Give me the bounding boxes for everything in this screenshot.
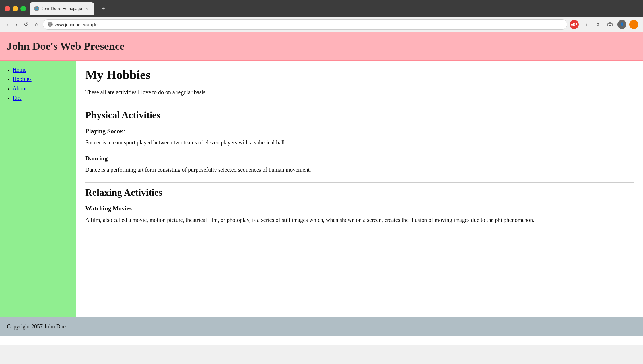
camera-button[interactable] xyxy=(605,20,615,29)
user-avatar-button[interactable]: 👤 xyxy=(617,20,626,29)
section-title-relaxing: Relaxing Activities xyxy=(85,182,634,198)
page-intro: These all are activities I love to do on… xyxy=(85,89,634,96)
window-controls xyxy=(5,6,26,11)
address-security-icon xyxy=(48,22,53,27)
browser-chrome: 🌐 John Doe's Homepage × + ‹ › ↺ ⌂ ABP ℹ … xyxy=(0,0,643,32)
site-header-title: John Doe's Web Presence xyxy=(7,40,636,52)
extension-button[interactable] xyxy=(629,20,638,29)
page-title: My Hobbies xyxy=(85,68,634,82)
back-button[interactable]: ‹ xyxy=(5,20,11,29)
adblock-button[interactable]: ABP xyxy=(570,20,579,29)
nav-item-hobbies: Hobbies xyxy=(13,76,70,82)
settings-button[interactable]: ⚙ xyxy=(593,20,603,29)
toolbar-icons: ABP ℹ ⚙ 👤 xyxy=(570,20,638,29)
svg-point-2 xyxy=(609,24,611,26)
nav-item-about: About xyxy=(13,85,70,92)
refresh-button[interactable]: ↺ xyxy=(22,20,30,29)
info-button[interactable]: ℹ xyxy=(582,20,591,29)
nav-link-hobbies[interactable]: Hobbies xyxy=(13,76,32,82)
window-close-button[interactable] xyxy=(5,6,10,11)
site-sidebar: Home Hobbies About Etc. xyxy=(0,61,76,317)
nav-item-etc: Etc. xyxy=(13,95,70,101)
address-bar[interactable] xyxy=(43,19,567,30)
hobby-desc-soccer: Soccer is a team sport played between tw… xyxy=(85,138,634,147)
address-input[interactable] xyxy=(55,22,562,27)
browser-titlebar: 🌐 John Doe's Homepage × + xyxy=(0,0,643,17)
hobby-title-dancing: Dancing xyxy=(85,155,634,162)
site-main: My Hobbies These all are activities I lo… xyxy=(76,61,643,239)
window-minimize-button[interactable] xyxy=(13,6,18,11)
tab-favicon-icon: 🌐 xyxy=(34,6,39,11)
site-header: John Doe's Web Presence xyxy=(0,32,643,61)
section-title-physical: Physical Activities xyxy=(85,105,634,121)
hobby-title-movies: Watching Movies xyxy=(85,205,634,212)
website-content: John Doe's Web Presence Home Hobbies Abo… xyxy=(0,32,643,345)
section-physical: Physical Activities Playing Soccer Socce… xyxy=(85,105,634,174)
section-relaxing: Relaxing Activities Watching Movies A fi… xyxy=(85,182,634,224)
nav-link-etc[interactable]: Etc. xyxy=(13,95,22,101)
hobby-desc-movies: A film, also called a movie, motion pict… xyxy=(85,216,634,224)
new-tab-button[interactable]: + xyxy=(98,2,108,15)
hobby-dancing: Dancing Dance is a performing art form c… xyxy=(85,155,634,174)
nav-link-about[interactable]: About xyxy=(13,85,27,92)
browser-toolbar: ‹ › ↺ ⌂ ABP ℹ ⚙ xyxy=(0,17,643,32)
tab-title: John Doe's Homepage xyxy=(42,6,82,11)
footer-copyright: Copyright 2057 John Doe xyxy=(7,323,636,330)
tab-close-button[interactable]: × xyxy=(84,6,89,11)
site-body: Home Hobbies About Etc. My Hobbies These… xyxy=(0,61,643,317)
forward-button[interactable]: › xyxy=(13,20,19,29)
window-maximize-button[interactable] xyxy=(20,6,26,11)
hobby-movies: Watching Movies A film, also called a mo… xyxy=(85,205,634,224)
hobby-title-soccer: Playing Soccer xyxy=(85,127,634,135)
site-footer: Copyright 2057 John Doe xyxy=(0,317,643,336)
active-tab[interactable]: 🌐 John Doe's Homepage × xyxy=(30,2,94,15)
nav-list: Home Hobbies About Etc. xyxy=(6,67,70,101)
nav-item-home: Home xyxy=(13,67,70,73)
hobby-soccer: Playing Soccer Soccer is a team sport pl… xyxy=(85,127,634,147)
home-button[interactable]: ⌂ xyxy=(33,20,40,29)
hobby-desc-dancing: Dance is a performing art form consistin… xyxy=(85,166,634,174)
nav-link-home[interactable]: Home xyxy=(13,67,26,73)
